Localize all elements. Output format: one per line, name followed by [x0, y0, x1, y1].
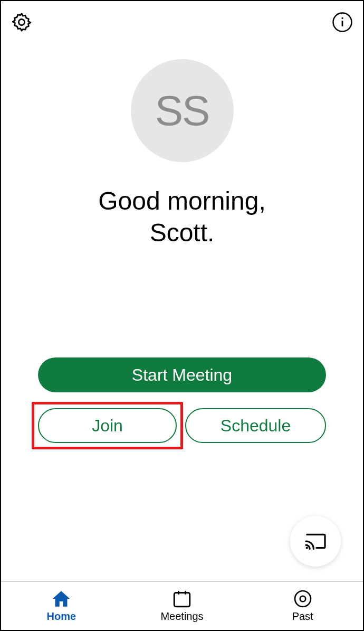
schedule-button[interactable]: Schedule — [185, 408, 326, 443]
tab-meetings[interactable]: Meetings — [122, 582, 243, 630]
greeting-line2: Scott. — [98, 217, 266, 249]
secondary-actions-row: Join Schedule — [38, 408, 326, 443]
svg-rect-5 — [174, 593, 189, 607]
svg-point-3 — [341, 17, 343, 19]
info-icon — [331, 11, 353, 33]
join-highlight: Join — [32, 402, 183, 449]
calendar-icon — [171, 589, 193, 608]
action-buttons: Start Meeting Join Schedule — [1, 357, 363, 443]
greeting-text: Good morning, Scott. — [98, 185, 266, 249]
info-button[interactable] — [331, 11, 353, 33]
header — [1, 1, 363, 43]
tab-past-label: Past — [292, 610, 313, 623]
avatar[interactable]: SS — [131, 59, 234, 162]
past-icon — [293, 589, 312, 608]
avatar-initials: SS — [155, 87, 209, 135]
svg-point-8 — [295, 591, 311, 607]
cast-button[interactable] — [290, 516, 341, 567]
main-content: SS Good morning, Scott. Start Meeting Jo… — [1, 43, 363, 581]
svg-point-9 — [300, 596, 305, 602]
home-icon — [51, 589, 72, 608]
settings-button[interactable] — [11, 11, 33, 33]
gear-icon — [11, 11, 33, 33]
tab-past[interactable]: Past — [242, 582, 363, 630]
join-button[interactable]: Join — [38, 408, 177, 443]
tab-bar: Home Meetings Past — [1, 581, 363, 630]
svg-point-4 — [306, 547, 308, 549]
start-meeting-button[interactable]: Start Meeting — [38, 357, 326, 392]
tab-home[interactable]: Home — [1, 582, 122, 630]
tab-home-label: Home — [47, 610, 76, 623]
tab-meetings-label: Meetings — [160, 610, 203, 623]
svg-point-0 — [18, 19, 24, 25]
greeting-line1: Good morning, — [98, 185, 266, 217]
cast-icon — [304, 532, 327, 551]
